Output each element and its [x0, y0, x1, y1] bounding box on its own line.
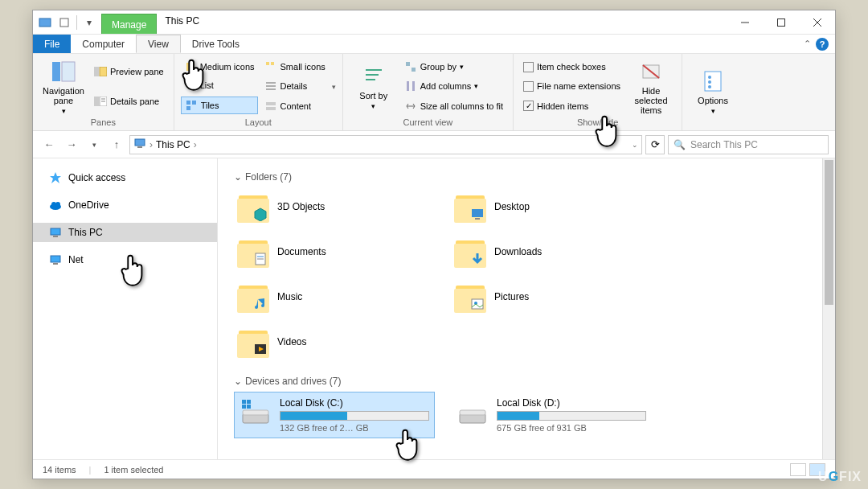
layout-tiles[interactable]: Tiles	[181, 97, 258, 114]
svg-rect-32	[411, 68, 416, 72]
help-icon[interactable]: ?	[816, 38, 829, 51]
size-columns-icon	[404, 100, 417, 113]
forward-button[interactable]: →	[62, 135, 81, 154]
folder-label: 3D Objects	[277, 201, 325, 212]
folder-3d-objects[interactable]: 3D Objects	[234, 187, 419, 226]
qat-properties-icon[interactable]	[55, 14, 73, 31]
ribbon-group-current-view: Sort by▾ Group by ▾ Add columns ▾ Size a…	[343, 54, 514, 130]
hide-selected-icon	[638, 59, 664, 84]
group-by-button[interactable]: Group by ▾	[401, 59, 506, 75]
svg-rect-1	[60, 18, 68, 27]
svg-rect-6	[52, 62, 60, 81]
folders-header[interactable]: ⌄Folders (7)	[234, 166, 819, 187]
sidebar-item-net[interactable]: Net	[33, 250, 217, 269]
medium-icons-icon	[184, 60, 197, 73]
watermark: UGFIX	[818, 470, 862, 484]
svg-rect-14	[186, 63, 194, 71]
up-button[interactable]: ↑	[107, 135, 126, 154]
chevron-down-icon: ⌄	[234, 376, 242, 387]
search-box[interactable]: 🔍 Search This PC	[668, 135, 829, 154]
back-button[interactable]: ←	[39, 135, 59, 154]
layout-small-icons[interactable]: Small icons	[261, 59, 329, 75]
size-columns-button[interactable]: Size all columns to fit	[401, 98, 506, 114]
collapse-ribbon-icon[interactable]: ⌃	[804, 39, 811, 49]
folder-downloads[interactable]: Downloads	[451, 232, 636, 271]
svg-rect-21	[266, 62, 269, 65]
options-button[interactable]: Options▾	[689, 57, 737, 125]
folder-icon	[237, 236, 269, 268]
details-view-button[interactable]	[790, 463, 806, 476]
folder-icon	[454, 281, 486, 313]
tab-file[interactable]: File	[33, 35, 71, 53]
navigation-pane-icon	[51, 59, 76, 84]
layout-list[interactable]: List	[181, 77, 258, 93]
close-button[interactable]	[799, 10, 835, 35]
navigation-pane-button[interactable]: Navigation pane ▾	[39, 57, 88, 116]
tab-view[interactable]: View	[136, 35, 181, 53]
qat-dropdown-icon[interactable]: ▾	[80, 14, 98, 31]
small-icons-icon	[264, 60, 277, 73]
list-icon	[184, 79, 197, 92]
sidebar-item-quick-access[interactable]: Quick access	[33, 168, 217, 187]
folder-icon	[237, 281, 269, 313]
scrollbar[interactable]	[822, 158, 835, 459]
ribbon-group-show-hide: Item check boxes File name extensions Hi…	[514, 54, 682, 130]
group-by-icon	[404, 60, 417, 73]
details-pane-icon	[94, 95, 107, 108]
folder-label: Documents	[277, 246, 326, 257]
folder-desktop[interactable]: Desktop	[451, 187, 636, 226]
details-pane-button[interactable]: Details pane	[91, 93, 167, 109]
svg-rect-33	[407, 81, 409, 91]
drive-local-disk-d-[interactable]: Local Disk (D:)675 GB free of 931 GB	[451, 392, 652, 438]
contextual-tab-manage[interactable]: Manage	[101, 14, 157, 34]
layout-details[interactable]: Details	[261, 78, 329, 94]
sidebar-item-this-pc[interactable]: This PC	[33, 223, 217, 242]
folder-videos[interactable]: Videos	[234, 323, 419, 361]
tab-computer[interactable]: Computer	[71, 35, 136, 53]
tab-drive-tools[interactable]: Drive Tools	[181, 35, 251, 53]
address-bar[interactable]: › This PC › ⌄	[129, 135, 642, 154]
preview-pane-button[interactable]: Preview pane	[91, 64, 167, 80]
file-extensions-toggle[interactable]: File name extensions	[520, 80, 624, 93]
hide-selected-button[interactable]: Hide selected items	[627, 57, 675, 116]
search-icon: 🔍	[674, 139, 686, 150]
drives-header[interactable]: ⌄Devices and drives (7)	[234, 371, 819, 392]
sort-by-button[interactable]: Sort by▾	[350, 57, 398, 116]
item-checkboxes-toggle[interactable]: Item check boxes	[520, 60, 624, 74]
add-columns-button[interactable]: Add columns ▾	[401, 78, 506, 94]
folder-documents[interactable]: Documents	[234, 232, 419, 271]
content-icon	[264, 100, 277, 113]
maximize-button[interactable]	[763, 10, 799, 35]
drive-label: Local Disk (C:)	[280, 397, 429, 409]
address-dropdown-icon[interactable]: ⌄	[632, 141, 638, 149]
svg-point-47	[55, 202, 60, 207]
monitor-icon	[49, 253, 62, 266]
svg-rect-53	[472, 209, 483, 217]
add-columns-icon	[404, 80, 417, 92]
quick-access-toolbar: ▾	[33, 10, 101, 34]
hidden-items-toggle[interactable]: Hidden items	[520, 99, 624, 113]
separator	[76, 15, 77, 30]
chevron-down-icon: ▾	[62, 107, 66, 115]
svg-rect-19	[192, 101, 196, 105]
content-pane: ⌄Folders (7) 3D ObjectsDesktopDocumentsD…	[218, 158, 835, 459]
folder-music[interactable]: Music	[234, 277, 419, 316]
svg-rect-0	[39, 18, 51, 27]
drive-free-text: 132 GB free of 2… GB	[280, 423, 429, 433]
drive-local-disk-c-[interactable]: Local Disk (C:)132 GB free of 2… GB	[234, 392, 435, 438]
recent-dropdown[interactable]: ▾	[84, 135, 104, 154]
layout-content[interactable]: Content	[261, 98, 329, 114]
svg-rect-54	[475, 218, 480, 220]
scroll-thumb[interactable]	[825, 160, 833, 305]
checkbox-icon	[523, 62, 534, 72]
layout-more-icon[interactable]: ▾	[332, 83, 336, 91]
layout-medium-icons[interactable]: Medium icons	[181, 59, 258, 75]
folder-pictures[interactable]: Pictures	[451, 277, 636, 316]
svg-rect-22	[271, 62, 274, 65]
details-icon	[264, 80, 277, 92]
refresh-button[interactable]: ⟳	[645, 135, 665, 154]
minimize-button[interactable]	[727, 10, 763, 35]
drive-usage-bar	[280, 411, 429, 421]
sidebar-item-onedrive[interactable]: OneDrive	[33, 195, 217, 215]
breadcrumb-this-pc[interactable]: This PC	[156, 139, 190, 150]
